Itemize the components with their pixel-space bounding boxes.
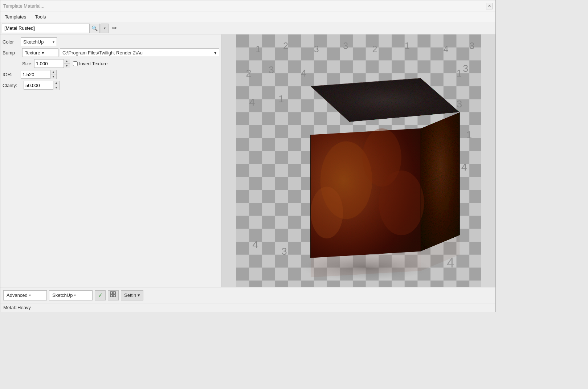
svg-point-33	[311, 187, 343, 238]
settings-label: Settin	[124, 292, 136, 298]
svg-text:4: 4	[249, 96, 255, 108]
mode-label: Advanced	[7, 292, 28, 298]
menu-templates[interactable]: Templates	[2, 13, 29, 20]
color-label: Color	[3, 39, 21, 45]
svg-text:3: 3	[282, 246, 287, 257]
search-container: 🔍	[2, 24, 100, 33]
color-dropdown[interactable]: SketchUp ▾	[21, 37, 57, 46]
color-dropdown-arrow: ▾	[53, 40, 54, 44]
window-title: Template Material...	[3, 3, 44, 9]
size-arrows: ▲ ▼	[64, 59, 70, 68]
status-text: Metal::Heavy	[3, 305, 31, 310]
renderer-label: SketchUp	[52, 292, 73, 298]
bump-type-arrow: ▾	[42, 50, 44, 56]
mode-dropdown-arrow: ▾	[29, 293, 31, 297]
menu-tools[interactable]: Tools	[32, 13, 49, 20]
svg-text:4: 4	[461, 161, 467, 173]
size-label: Size:	[22, 61, 33, 66]
search-button[interactable]: 🔍	[89, 24, 99, 33]
svg-text:1: 1	[405, 41, 410, 51]
svg-text:1: 1	[256, 44, 261, 54]
menu-bar: Templates Tools	[0, 12, 495, 22]
bottom-bar: Advanced ▾ SketchUp ▾ ✓ Settin ▾	[0, 287, 495, 303]
svg-text:1: 1	[456, 68, 462, 79]
clarity-row: Clarity: ▲ ▼	[3, 81, 219, 90]
bump-label: Bump	[3, 50, 21, 56]
clarity-arrows: ▲ ▼	[53, 81, 59, 90]
svg-text:3: 3	[456, 98, 462, 110]
main-window: Template Material... ✕ Templates Tools 🔍…	[0, 0, 496, 312]
ior-spinbox: ▲ ▼	[21, 70, 57, 79]
renderer-dropdown[interactable]: SketchUp ▾	[49, 290, 93, 300]
size-input[interactable]	[34, 61, 64, 66]
svg-rect-45	[113, 295, 115, 297]
clarity-up-button[interactable]: ▲	[53, 81, 59, 85]
ior-label: IOR:	[3, 72, 21, 77]
check-icon: ✓	[98, 292, 103, 299]
ior-input[interactable]	[21, 72, 50, 77]
svg-rect-44	[110, 295, 113, 297]
settings-dropdown[interactable]: Settin ▾	[121, 290, 143, 300]
preview-svg: 1 2 3 3 2 1 4 3 2 3 4 1 3 4 1 3	[222, 34, 495, 287]
svg-text:3: 3	[463, 63, 468, 74]
mode-dropdown[interactable]: Advanced ▾	[3, 290, 47, 300]
ior-up-button[interactable]: ▲	[50, 70, 56, 74]
status-bar: Metal::Heavy	[0, 303, 495, 312]
close-button[interactable]: ✕	[486, 3, 493, 9]
bump-path-dropdown[interactable]: C:\Program Files\Twilight Render 2\Au ▾	[60, 48, 219, 57]
ior-arrows: ▲ ▼	[50, 70, 56, 79]
title-bar: Template Material... ✕	[0, 0, 495, 12]
preview-panel: 1 2 3 3 2 1 4 3 2 3 4 1 3 4 1 3	[222, 34, 495, 287]
clarity-spinbox: ▲ ▼	[24, 81, 60, 90]
toolbar: 🔍 ▾ ✏	[0, 22, 495, 34]
invert-texture-text: Invert Texture	[79, 61, 108, 66]
ior-row: IOR: ▲ ▼	[3, 70, 219, 79]
svg-text:3: 3	[314, 44, 319, 54]
bump-path-value: C:\Program Files\Twilight Render 2\Au	[62, 50, 213, 56]
invert-texture-checkbox[interactable]	[73, 61, 78, 66]
svg-text:1: 1	[278, 93, 284, 105]
svg-text:2: 2	[372, 44, 377, 54]
svg-point-34	[379, 171, 424, 235]
size-up-button[interactable]: ▲	[64, 59, 70, 64]
size-spinbox: ▲ ▼	[34, 59, 70, 68]
renderer-dropdown-arrow: ▾	[74, 293, 76, 297]
grid-button[interactable]	[108, 290, 119, 300]
bump-type-value: Texture	[25, 50, 40, 56]
svg-text:2: 2	[283, 41, 288, 51]
bump-row: Bump Texture ▾ C:\Program Files\Twilight…	[3, 48, 219, 57]
size-down-button[interactable]: ▼	[64, 64, 70, 68]
color-row: Color SketchUp ▾	[3, 37, 219, 46]
svg-text:3: 3	[469, 41, 474, 51]
search-dropdown-button[interactable]: ▾	[101, 24, 109, 33]
search-input[interactable]	[2, 25, 89, 32]
svg-text:3: 3	[343, 41, 348, 51]
svg-text:1: 1	[466, 129, 472, 140]
clarity-label: Clarity:	[3, 83, 24, 88]
preview-canvas: 1 2 3 3 2 1 4 3 2 3 4 1 3 4 1 3	[222, 34, 495, 287]
clarity-input[interactable]	[24, 83, 53, 88]
svg-rect-42	[110, 292, 113, 294]
svg-text:4: 4	[252, 238, 258, 250]
bump-type-dropdown[interactable]: Texture ▾	[22, 48, 58, 57]
svg-rect-43	[113, 292, 115, 294]
main-content: Color SketchUp ▾ Bump Texture ▾ C:\Progr…	[0, 34, 495, 287]
color-value: SketchUp	[23, 39, 44, 45]
clarity-down-button[interactable]: ▼	[53, 85, 59, 90]
bump-path-arrow: ▾	[214, 50, 217, 56]
confirm-button[interactable]: ✓	[95, 290, 106, 300]
svg-text:2: 2	[246, 68, 251, 79]
svg-text:4: 4	[301, 68, 306, 79]
svg-text:4: 4	[444, 44, 449, 54]
grid-icon	[110, 291, 117, 299]
ior-down-button[interactable]: ▼	[50, 74, 56, 79]
left-panel: Color SketchUp ▾ Bump Texture ▾ C:\Progr…	[0, 34, 222, 287]
invert-texture-label[interactable]: Invert Texture	[73, 61, 108, 66]
eyedropper-button[interactable]: ✏	[109, 23, 119, 33]
svg-marker-27	[421, 112, 460, 251]
size-row: Size: ▲ ▼ Invert Texture	[22, 59, 219, 68]
settings-arrow: ▾	[138, 292, 140, 298]
svg-text:3: 3	[269, 65, 274, 75]
